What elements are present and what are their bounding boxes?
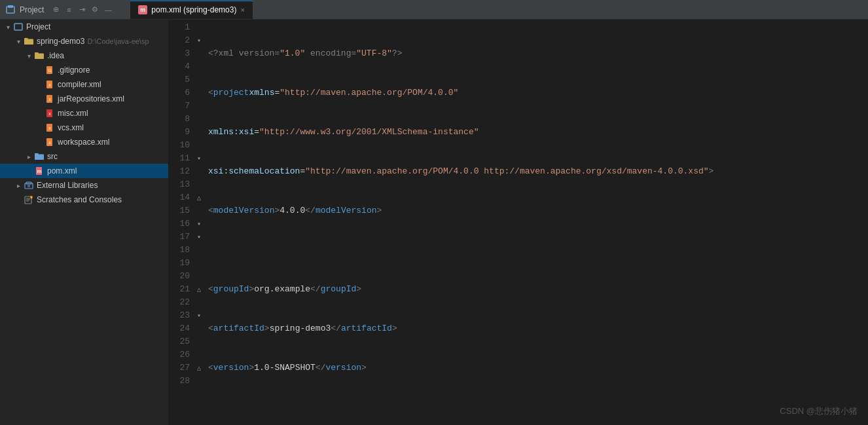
tab-label: pom.xml (spring-demo3) [151, 5, 236, 14]
editor-area: 12345 678910 1112131415 1617181920 21222… [169, 20, 868, 425]
svg-text:x: x [48, 111, 51, 116]
sidebar-label-vcs-xml: vcs.xml [58, 123, 84, 132]
code-editor[interactable]: <?xml version="1.0" encoding="UTF-8"?> <… [203, 20, 868, 425]
structure-btn[interactable]: ≡ [63, 5, 74, 15]
arrow-workspace [34, 137, 45, 147]
file-icon-pom-xml: m [34, 166, 45, 176]
line-numbers: 12345 678910 1112131415 1617181920 21222… [169, 20, 195, 425]
code-line-4: xsi:schemaLocation="http://maven.apache.… [208, 165, 868, 178]
svg-text:x: x [48, 126, 51, 130]
svg-rect-1 [8, 5, 13, 8]
collapse-btn[interactable]: ⇥ [77, 5, 87, 15]
arrow-scratches [13, 194, 24, 205]
svg-text:x: x [48, 140, 51, 145]
tab-close-btn[interactable]: × [240, 6, 244, 14]
sidebar-item-idea[interactable]: ▾ .idea [0, 48, 168, 63]
new-window-btn[interactable]: ⊕ [50, 5, 61, 15]
sidebar-item-src[interactable]: ▸ src [0, 149, 168, 164]
sidebar-label-gitignore: .gitignore [58, 65, 90, 75]
minimize-btn[interactable]: — [103, 5, 113, 15]
sidebar-item-misc-xml[interactable]: x misc.xml [0, 106, 168, 120]
code-line-7: <groupId>org.example</groupId> [208, 283, 868, 296]
fold-14[interactable]: △ [195, 191, 203, 204]
code-line-1: <?xml version="1.0" encoding="UTF-8"?> [208, 47, 868, 60]
sidebar-label-project: Project [26, 22, 50, 31]
code-line-6 [208, 244, 868, 257]
sidebar-item-pom-xml[interactable]: m pom.xml [0, 164, 168, 178]
sidebar-path-spring-demo3: D:\Code\java-ee\sp [87, 37, 149, 45]
sidebar-item-compiler-xml[interactable]: x compiler.xml [0, 77, 168, 92]
code-line-5: <modelVersion>4.0.0</modelVersion> [208, 204, 868, 217]
sidebar-label-jar-repositories: jarRepositories.xml [58, 94, 124, 103]
sidebar-item-workspace-xml[interactable]: x workspace.xml [0, 135, 168, 149]
settings-btn[interactable]: ⚙ [90, 5, 100, 15]
code-line-3: xmlns:xsi="http://www.w3.org/2001/XMLSch… [208, 126, 868, 139]
main-container: ▾ Project ▾ spring-demo3 D:\Code\java-ee… [0, 20, 868, 425]
sidebar-label-external-libs: External Libraries [37, 181, 98, 190]
sidebar-label-idea: .idea [47, 51, 64, 60]
sidebar-label-src: src [47, 152, 58, 161]
sidebar-item-spring-demo3[interactable]: ▾ spring-demo3 D:\Code\java-ee\sp [0, 34, 168, 48]
svg-text:G: G [48, 68, 51, 73]
folder-icon-spring-demo3 [24, 36, 34, 46]
sidebar-label-pom-xml: pom.xml [47, 166, 77, 176]
arrow-project: ▾ [3, 22, 13, 32]
folder-icon-idea [34, 50, 45, 61]
file-icon-workspace-xml: x [45, 137, 55, 147]
fold-11[interactable]: ▾ [195, 152, 203, 165]
folder-icon-src [34, 151, 45, 162]
sidebar-label-workspace-xml: workspace.xml [58, 138, 109, 147]
file-icon-jar-repositories: x [45, 94, 55, 104]
fold-21[interactable]: △ [195, 283, 203, 296]
sidebar-item-gitignore[interactable]: G .gitignore [0, 63, 168, 77]
editor-content[interactable]: 12345 678910 1112131415 1617181920 21222… [169, 20, 868, 425]
sidebar-item-external-libs[interactable]: ▸ External Libraries [0, 178, 168, 193]
sidebar-item-scratches[interactable]: ! Scratches and Consoles [0, 193, 168, 207]
svg-rect-2 [14, 24, 22, 30]
arrow-spring-demo3: ▾ [13, 36, 24, 46]
code-line-2: <project xmlns="http://maven.apache.org/… [208, 86, 868, 100]
title-bar: Project ⊕ ≡ ⇥ ⚙ — m pom.xml (spring-demo… [0, 0, 868, 20]
file-icon-vcs-xml: x [45, 122, 55, 133]
fold-27[interactable]: △ [195, 361, 203, 375]
scratches-icon: ! [24, 194, 34, 205]
project-icon [5, 5, 16, 15]
svg-text:m: m [37, 168, 41, 174]
arrow-vcs [34, 122, 45, 133]
fold-23[interactable]: ▾ [195, 309, 203, 322]
arrow-jar-repos [34, 94, 45, 104]
sidebar-label-spring-demo3: spring-demo3 [37, 37, 84, 46]
sidebar-label-compiler-xml: compiler.xml [58, 80, 101, 89]
svg-text:!: ! [31, 196, 31, 200]
svg-text:x: x [48, 97, 51, 102]
arrow-gitignore [34, 65, 45, 75]
fold-17[interactable]: ▾ [195, 231, 203, 244]
code-line-10 [208, 401, 868, 414]
svg-text:x: x [48, 83, 51, 87]
sidebar-label-misc-xml: misc.xml [58, 109, 88, 118]
title-bar-left: Project ⊕ ≡ ⇥ ⚙ — [5, 5, 113, 15]
file-icon-compiler-xml: x [45, 79, 55, 90]
sidebar-item-jar-repositories[interactable]: x jarRepositories.xml [0, 92, 168, 106]
arrow-misc [34, 108, 45, 119]
code-line-8: <artifactId>spring-demo3</artifactId> [208, 322, 868, 335]
project-root-icon [13, 22, 24, 32]
arrow-compiler [34, 79, 45, 90]
maven-file-icon: m [138, 5, 147, 14]
sidebar-item-vcs-xml[interactable]: x vcs.xml [0, 120, 168, 135]
file-icon-gitignore: G [45, 65, 55, 75]
file-icon-misc-xml: x [45, 108, 55, 119]
fold-16[interactable]: ▾ [195, 217, 203, 231]
fold-gutter: ▾ ▾ △ ▾ ▾ △ ▾ △ [195, 20, 203, 425]
project-sidebar: ▾ Project ▾ spring-demo3 D:\Code\java-ee… [0, 20, 169, 425]
sidebar-label-scratches: Scratches and Consoles [37, 195, 122, 204]
arrow-src: ▸ [24, 151, 34, 162]
editor-tab-pom[interactable]: m pom.xml (spring-demo3) × [130, 1, 253, 19]
arrow-external-libs: ▸ [13, 180, 24, 191]
libs-icon [24, 180, 34, 191]
title-bar-controls: ⊕ ≡ ⇥ ⚙ — [50, 5, 113, 15]
arrow-idea: ▾ [24, 50, 34, 61]
sidebar-item-project[interactable]: ▾ Project [0, 20, 168, 34]
fold-2[interactable]: ▾ [195, 34, 203, 47]
code-line-9: <version>1.0-SNAPSHOT</version> [208, 361, 868, 375]
